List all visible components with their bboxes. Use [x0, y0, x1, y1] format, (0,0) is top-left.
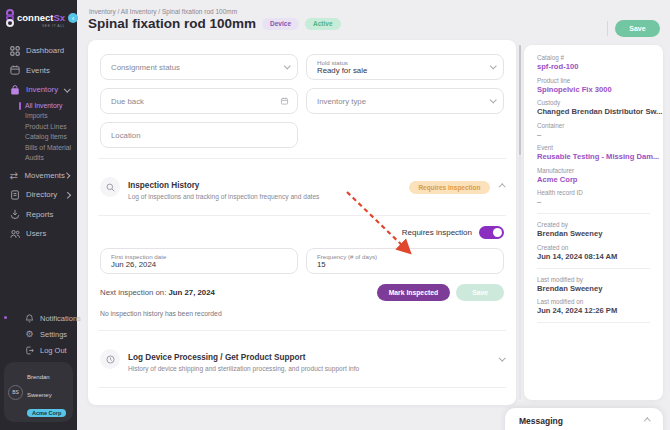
sidebar-item-directory[interactable]: Directory — [0, 185, 77, 205]
save-button[interactable]: Save — [615, 20, 660, 37]
detail-modified-by: Last modified by Brendan Sweeney — [537, 276, 650, 293]
arrows-swap-icon: ⇄ — [8, 169, 20, 182]
app-root: connectSxSEE IT ALL ‹ Dashboard Events — [0, 0, 670, 430]
detail-event: Event Reusable Testing - Missing Dam... — [537, 144, 650, 161]
chevron-down-icon — [284, 62, 290, 68]
sidebar-item-audits[interactable]: Audits — [0, 153, 77, 164]
device-badge: Device — [262, 18, 299, 30]
detail-health-record: Health record ID – — [537, 189, 650, 206]
detail-catalog: Catalog # spf-rod-100 — [537, 54, 650, 71]
inventory-type-select[interactable]: Inventory type — [306, 88, 504, 114]
divider — [98, 387, 506, 388]
page-title: Spinal fixation rod 100mm — [88, 16, 256, 31]
location-input[interactable]: Location — [100, 122, 298, 148]
messaging-panel[interactable]: Messaging — [505, 408, 663, 430]
divider — [98, 215, 506, 216]
document-icon — [8, 188, 21, 201]
users-icon — [8, 227, 21, 240]
sidebar-item-movements[interactable]: ⇄ Movements — [0, 166, 77, 186]
user-profile[interactable]: BS Brendan Sweeney Acme Corp — [4, 362, 73, 422]
sidebar-item-users[interactable]: Users — [0, 224, 77, 244]
brand-rings-icon — [6, 9, 14, 27]
chevron-down-icon — [64, 85, 70, 91]
header-divider — [607, 21, 608, 36]
divider — [537, 213, 650, 214]
notification-dot — [4, 316, 7, 319]
status-badge-active: Active — [305, 18, 341, 30]
sidebar-item-dashboard[interactable]: Dashboard — [0, 41, 77, 61]
sidebar-item-settings[interactable]: ⚙ Settings — [0, 326, 77, 342]
section-inspection-history[interactable]: Inspection History Log of inspections an… — [100, 169, 504, 205]
sidebar-nav: Dashboard Events Inventory All Inventory… — [0, 41, 77, 244]
sidebar-collapse-button[interactable]: ‹ — [68, 13, 78, 23]
calendar-icon — [280, 97, 289, 106]
next-inspection-text: Next inspection on: Jun 27, 2024 — [100, 288, 215, 297]
logout-icon — [24, 345, 35, 356]
divider — [537, 268, 650, 269]
section-title: Inspection History — [128, 181, 199, 190]
toggle-label: Requires inspection — [402, 228, 472, 237]
dashboard-icon — [8, 44, 21, 57]
chevron-right-icon — [64, 192, 70, 198]
inventory-subnav: All Inventory Imports Product Lines Cata… — [0, 100, 77, 166]
logo: connectSxSEE IT ALL — [0, 0, 77, 34]
gear-icon: ⚙ — [24, 329, 35, 340]
detail-product-line: Product line Spinopelvic Fix 3000 — [537, 77, 650, 94]
sidebar-item-logout[interactable]: Log Out — [0, 342, 77, 358]
sidebar-item-all-inventory[interactable]: All Inventory — [0, 101, 77, 112]
consignment-status-select[interactable]: Consignment status — [100, 54, 298, 80]
org-badge: Acme Corp — [27, 409, 66, 417]
sidebar: connectSxSEE IT ALL ‹ Dashboard Events — [0, 0, 77, 430]
bag-icon — [8, 83, 21, 96]
brand-name: connectSxSEE IT ALL — [17, 13, 65, 31]
sidebar-item-reports[interactable]: Reports — [0, 205, 77, 225]
divider — [98, 330, 506, 331]
section-log-device-processing[interactable]: Log Device Processing / Get Product Supp… — [100, 341, 504, 377]
frequency-field[interactable]: Frequency (# of days) 15 — [306, 248, 504, 274]
bell-icon — [24, 313, 35, 324]
sidebar-item-bills-of-material[interactable]: Bills of Material — [0, 143, 77, 154]
chevron-down-icon[interactable] — [499, 354, 505, 360]
magnifier-icon — [100, 177, 120, 197]
first-inspection-date-field[interactable]: First inspection date Jun 26, 2024 — [100, 248, 298, 274]
scrollbar-thumb[interactable] — [519, 45, 521, 155]
detail-created-on: Created on Jun 14, 2024 08:14 AM — [537, 244, 650, 261]
download-report-icon — [8, 208, 21, 221]
hold-status-select[interactable]: Hold status Ready for sale — [306, 54, 504, 80]
due-back-datepicker[interactable]: Due back — [100, 88, 298, 114]
clock-icon — [100, 349, 120, 369]
requires-inspection-toggle[interactable] — [479, 226, 504, 239]
sidebar-item-events[interactable]: Events — [0, 61, 77, 81]
sidebar-item-catalog-items[interactable]: Catalog Items — [0, 132, 77, 143]
chevron-up-icon[interactable] — [499, 184, 505, 190]
detail-modified-on: Last modified on Jun 24, 2024 12:26 PM — [537, 298, 650, 315]
sidebar-item-product-lines[interactable]: Product Lines — [0, 122, 77, 133]
requires-inspection-badge: Requires inspection — [409, 181, 489, 194]
user-name: Brendan Sweeney — [27, 374, 52, 398]
detail-container: Container – — [537, 122, 650, 139]
section-subtitle: History of device shipping and steriliza… — [128, 365, 500, 372]
inspection-empty-text: No inspection history has been recorded — [100, 310, 504, 317]
brand-tagline: SEE IT ALL — [17, 22, 65, 31]
device-form-card: Consignment status Hold status Ready for… — [88, 40, 516, 405]
sidebar-item-imports[interactable]: Imports — [0, 111, 77, 122]
detail-custody: Custody Changed Brendan Distributor Sw..… — [537, 99, 650, 116]
section-transfer[interactable]: ↑↓ Transfer View transfer history or ini… — [100, 398, 504, 405]
chevron-down-icon — [490, 62, 496, 68]
sidebar-item-notifications[interactable]: Notifications — [0, 310, 77, 326]
avatar: BS — [8, 385, 23, 400]
detail-created-by: Created by Brendan Sweeney — [537, 221, 650, 238]
chevron-up-icon[interactable] — [644, 418, 650, 424]
chevron-down-icon — [490, 96, 496, 102]
sidebar-item-inventory[interactable]: Inventory — [0, 80, 77, 100]
section-title: Log Device Processing / Get Product Supp… — [128, 353, 305, 362]
breadcrumb[interactable]: Inventory / All Inventory / Spinal fixat… — [89, 8, 237, 15]
inspection-save-button[interactable]: Save — [456, 284, 504, 301]
divider — [98, 158, 506, 159]
mark-inspected-button[interactable]: Mark Inspected — [377, 284, 450, 301]
sidebar-footer: Notifications ⚙ Settings Log Out BS Bren… — [0, 310, 77, 430]
divider — [537, 322, 650, 323]
calendar-icon — [8, 64, 21, 77]
detail-manufacturer: Manufacturer Acme Corp — [537, 167, 650, 184]
details-panel: Catalog # spf-rod-100 Product line Spino… — [524, 45, 663, 400]
